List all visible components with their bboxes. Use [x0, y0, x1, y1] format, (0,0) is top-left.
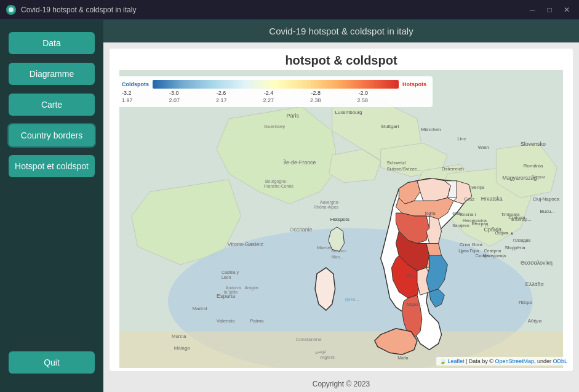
svg-text:Θεσσαλονίκη: Θεσσαλονίκη [521, 260, 553, 266]
colorbar-bottom-labels: 1.97 2.07 2.17 2.27 2.38 2.58 [122, 97, 368, 103]
svg-text:Algiers: Algiers [320, 354, 335, 360]
svg-text:Bucu...: Bucu... [540, 209, 555, 214]
svg-text:Slovensko: Slovensko [521, 141, 546, 147]
svg-text:Bourgogne-: Bourgogne- [265, 179, 287, 184]
app-icon [6, 5, 16, 15]
odbl-link[interactable]: ODbL [553, 358, 567, 364]
svg-text:León: León [222, 275, 231, 279]
svg-text:Auvergne-: Auvergne- [320, 200, 340, 205]
svg-text:München: München [421, 127, 441, 132]
svg-text:Linz: Linz [457, 136, 466, 142]
svg-text:ezia: ezia [452, 211, 460, 215]
svg-text:la Vella: la Vella [224, 290, 238, 294]
colorbar-gradient [153, 80, 399, 89]
sidebar: Data Diagramme Carte Country borders Hot… [0, 20, 103, 392]
svg-text:Скопје: Скопје [476, 254, 489, 258]
map-attribution: 🍃 Leaflet | Data by © OpenStreetMap, und… [436, 357, 570, 366]
svg-text:Северна: Северна [484, 249, 501, 254]
content-header: Covid-19 hotspot & coldspot in italy [103, 20, 579, 42]
country-borders-button[interactable]: Country borders [9, 124, 95, 146]
svg-text:Palma: Palma [250, 318, 264, 324]
svg-text:Ro...: Ro... [406, 273, 417, 278]
svg-text:Île-de-France: Île-de-France [283, 159, 316, 166]
svg-text:Rhône-Alpes: Rhône-Alpes [314, 205, 338, 210]
svg-text:Napo...: Napo... [406, 302, 421, 307]
svg-text:Mon...: Mon... [332, 255, 343, 259]
leaflet-link[interactable]: Leaflet [447, 358, 464, 364]
svg-text:Málaga: Málaga [174, 345, 190, 351]
svg-text:Shqipëria: Shqipëria [505, 245, 525, 250]
svg-text:София ▲: София ▲ [495, 231, 514, 236]
map-title: hotspot & coldspot [110, 49, 573, 70]
svg-text:Ελλάδα: Ελλάδα [525, 281, 544, 287]
coldspot-label: Coldspots [122, 81, 149, 87]
svg-text:Българ...: Българ... [511, 217, 532, 222]
svg-text:logna: logna [425, 211, 436, 216]
window-title: Covid-19 hotspot & coldspot in italy [21, 6, 526, 14]
svg-text:Suisse/Svizze...: Suisse/Svizze... [387, 166, 421, 172]
svg-text:Vitoria-Gasteiz: Vitoria-Gasteiz [228, 241, 264, 247]
footer: Copyright © 2023 [103, 377, 579, 392]
svg-text:Andorra: Andorra [226, 286, 241, 290]
svg-text:Cluj-Napoca: Cluj-Napoca [533, 196, 560, 202]
main-layout: Data Diagramme Carte Country borders Hot… [0, 20, 579, 392]
osm-link[interactable]: OpenStreetMap [495, 358, 534, 364]
hotspot-coldspot-button[interactable]: Hotspot et coldspot [9, 155, 95, 177]
svg-text:Graz: Graz [464, 196, 474, 202]
window-controls: ─ □ ✕ [526, 4, 573, 16]
svg-text:Murcia: Murcia [172, 334, 186, 339]
svg-text:Crna Gora: Crna Gora [460, 242, 482, 247]
svg-text:Црна Гора: Црна Гора [458, 249, 479, 254]
carte-button[interactable]: Carte [9, 94, 95, 116]
svg-text:Malta: Malta [397, 356, 408, 360]
svg-text:Franche-Comté: Franche-Comté [264, 184, 293, 188]
quit-button[interactable]: Quit [9, 351, 95, 374]
svg-point-0 [9, 7, 14, 12]
svg-text:Aragón: Aragón [244, 286, 258, 290]
colorbar: Coldspots Hotspots -3.2 -3.0 -2.6 -2.4 -… [116, 76, 433, 107]
colorbar-top-labels: -3.2 -3.0 -2.6 -2.4 -2.8 -2.0 [122, 90, 368, 96]
title-bar: Covid-19 hotspot & coldspot in italy ─ □… [0, 0, 579, 20]
svg-text:Αθήνα: Αθήνα [528, 318, 542, 324]
svg-text:Tyrre...: Tyrre... [344, 297, 359, 302]
svg-text:Hrvatska: Hrvatska [481, 196, 503, 202]
svg-text:Luxembourg: Luxembourg [335, 110, 362, 115]
map-container[interactable]: hotspot & coldspot [110, 49, 573, 371]
close-button[interactable]: ✕ [561, 4, 573, 16]
map-svg: Paris Luxembourg Stuttgart München Linz … [110, 70, 573, 368]
data-button[interactable]: Data [9, 32, 95, 54]
svg-text:Madrid: Madrid [193, 306, 207, 311]
svg-text:تونس: تونس [315, 348, 326, 354]
svg-text:Stuttgart: Stuttgart [381, 124, 400, 129]
diagramme-button[interactable]: Diagramme [9, 63, 95, 85]
svg-text:Hotspots: Hotspots [330, 217, 349, 222]
map-area[interactable]: Paris Luxembourg Stuttgart München Linz … [110, 70, 573, 368]
svg-text:Πάτρα: Πάτρα [519, 300, 533, 305]
svg-text:Österreich: Österreich [441, 166, 463, 172]
svg-text:Bosna i: Bosna i [460, 212, 476, 217]
svg-text:România: România [524, 163, 543, 169]
content-area: Covid-19 hotspot & coldspot in italy hot… [103, 20, 579, 392]
svg-text:Paris: Paris [287, 113, 300, 119]
svg-text:Guernsey: Guernsey [264, 124, 285, 129]
svg-text:Constantine: Constantine [295, 337, 322, 342]
leaflet-icon: 🍃 [439, 358, 446, 364]
minimize-button[interactable]: ─ [526, 4, 538, 16]
svg-text:Occitanie: Occitanie [290, 226, 313, 233]
svg-text:Черни: Черни [533, 175, 545, 180]
svg-text:Valencia: Valencia [217, 318, 235, 324]
maximize-button[interactable]: □ [543, 4, 556, 16]
svg-text:Београд: Београд [472, 222, 488, 226]
svg-text:Schweiz/: Schweiz/ [387, 160, 407, 166]
svg-text:Castilla y: Castilla y [222, 270, 239, 275]
svg-text:Sarajevo: Sarajevo [452, 223, 469, 228]
svg-text:Wien: Wien [478, 145, 489, 150]
svg-text:Пловдив: Пловдив [513, 238, 530, 243]
hotspot-label: Hotspots [402, 81, 426, 87]
svg-text:Magyarország: Magyarország [502, 175, 537, 181]
